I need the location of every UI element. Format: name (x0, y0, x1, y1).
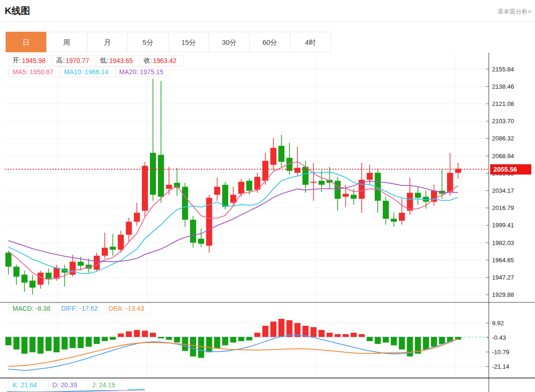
tab-4hour[interactable]: 4时 (290, 32, 331, 52)
tab-30min[interactable]: 30分 (209, 32, 250, 52)
svg-text:1929.88: 1929.88 (492, 291, 514, 298)
svg-text:2155.84: 2155.84 (492, 66, 514, 73)
low-value: 低: 1943.65 (96, 55, 140, 66)
ma20-value: MA20: 1975.15 (115, 67, 170, 77)
svg-text:-0.43: -0.43 (492, 334, 506, 341)
svg-text:-10.79: -10.79 (492, 349, 509, 356)
close-value: 收: 1963.42 (140, 55, 184, 66)
last-price-badge: 2055.56 (490, 164, 531, 175)
tab-week[interactable]: 周 (46, 32, 87, 52)
svg-text:1964.65: 1964.65 (492, 257, 514, 264)
title-divider (0, 21, 535, 22)
ma5-value: MA5: 1950.87 (8, 67, 60, 77)
tab-5min[interactable]: 5分 (127, 32, 169, 52)
k-value: K: 21.64 (8, 380, 49, 390)
dea-value: DEA: -13.43 (105, 303, 151, 314)
macd-legend: MACD: -8.38 DIFF: -17.62 DEA: -13.43 (8, 303, 151, 314)
tab-15min[interactable]: 15分 (168, 32, 209, 52)
svg-text:2068.94: 2068.94 (492, 153, 514, 160)
svg-text:1999.41: 1999.41 (492, 222, 514, 229)
kline-widget: K线图 基本面分析> 日 周 月 5分 15分 30分 60分 4时 2155.… (0, 0, 535, 392)
ma10-value: MA10: 1966.14 (60, 67, 115, 77)
tab-day[interactable]: 日 (6, 32, 47, 52)
svg-text:2086.32: 2086.32 (492, 135, 514, 142)
svg-text:1982.03: 1982.03 (492, 239, 514, 246)
ohlc-legend: 开: 1945.98 高: 1970.77 低: 1943.65 收: 1963… (8, 55, 183, 66)
open-value: 开: 1945.98 (8, 55, 53, 66)
svg-text:2016.79: 2016.79 (492, 204, 514, 211)
kdj-legend: K: 21.64 D: 20.39 J: 24.15 (8, 380, 128, 390)
svg-text:2121.08: 2121.08 (492, 100, 514, 107)
tab-month[interactable]: 月 (87, 32, 128, 52)
svg-text:2138.46: 2138.46 (492, 83, 514, 90)
svg-text:2034.17: 2034.17 (492, 187, 514, 194)
interval-tabs: 日 周 月 5分 15分 30分 60分 4时 (6, 32, 331, 52)
page-title: K线图 (5, 5, 30, 17)
fundamental-analysis-link[interactable]: 基本面分析> (497, 7, 531, 16)
j-value: J: 24.15 (88, 380, 128, 390)
svg-text:1947.27: 1947.27 (492, 274, 514, 281)
macd-value: MACD: -8.38 (8, 303, 57, 314)
d-value: D: 20.39 (48, 380, 88, 390)
diff-value: DIFF: -17.62 (57, 303, 105, 314)
tab-60min[interactable]: 60分 (249, 32, 290, 52)
svg-text:-21.14: -21.14 (492, 363, 509, 370)
kline-chart-canvas[interactable]: 2155.842138.462121.082103.702086.322068.… (0, 53, 535, 392)
svg-text:9.92: 9.92 (492, 320, 504, 327)
ma-legend: MA5: 1950.87 MA10: 1966.14 MA20: 1975.15 (8, 67, 170, 77)
svg-text:2103.70: 2103.70 (492, 118, 514, 125)
high-value: 高: 1970.77 (52, 55, 97, 66)
